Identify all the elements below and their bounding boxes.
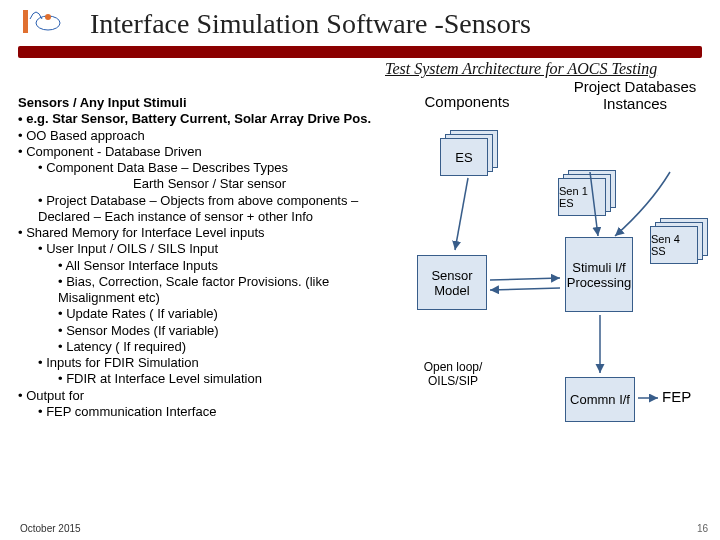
openloop-label: Open loop/ OILS/SIP	[413, 360, 493, 388]
sen1-stack: Sen 1 ES	[558, 170, 618, 218]
sen1-label: Sen 1 ES	[558, 178, 606, 216]
text-line: • Shared Memory for Interface Level inpu…	[18, 225, 418, 241]
architecture-banner: Test System Architecture for AOCS Testin…	[385, 60, 657, 78]
text-line: • Update Rates ( If variable)	[58, 306, 418, 322]
es-label: ES	[440, 138, 488, 176]
es-component-stack: ES	[440, 130, 500, 178]
text-line: • FDIR at Interface Level simulation	[58, 371, 418, 387]
text-line: • Inputs for FDIR Simulation	[38, 355, 418, 371]
stimuli-box: Stimuli I/f Processing	[565, 237, 633, 312]
text-line: • Component - Database Driven	[18, 144, 418, 160]
components-header: Components	[412, 93, 522, 110]
isro-logo	[18, 5, 68, 35]
text-line: Declared – Each instance of sensor + oth…	[38, 209, 418, 225]
text-line: • Sensor Modes (If variable)	[58, 323, 418, 339]
fep-label: FEP	[662, 388, 691, 405]
svg-line-4	[490, 288, 560, 290]
page-number: 16	[697, 523, 708, 534]
text-line: • Bias, Correction, Scale factor Provisi…	[58, 274, 418, 290]
svg-line-2	[455, 178, 468, 250]
title-rule	[18, 46, 702, 58]
text-line: • FEP communication Interface	[38, 404, 418, 420]
text-heading: Sensors / Any Input Stimuli	[18, 95, 187, 110]
sen4-stack: Sen 4 SS	[650, 218, 710, 266]
instances-header: Project Databases Instances	[555, 78, 715, 112]
text-line: • User Input / OILS / SILS Input	[38, 241, 418, 257]
text-line: • Output for	[18, 388, 418, 404]
text-line: • Latency ( If required)	[58, 339, 418, 355]
text-line: • Project Database – Objects from above …	[38, 193, 418, 209]
text-line: • Component Data Base – Describes Types	[38, 160, 418, 176]
text-line: • All Sensor Interface Inputs	[58, 258, 418, 274]
text-line: Earth Sensor / Star sensor	[133, 176, 418, 192]
sensor-model-box: Sensor Model	[417, 255, 487, 310]
sen4-label: Sen 4 SS	[650, 226, 698, 264]
content-text: Sensors / Any Input Stimuli • e.g. Star …	[18, 95, 418, 420]
text-line: • e.g. Star Sensor, Battery Current, Sol…	[18, 111, 371, 126]
text-line: • OO Based approach	[18, 128, 418, 144]
slide-title: Interface Simulation Software -Sensors	[90, 8, 531, 40]
svg-point-1	[45, 14, 51, 20]
commn-box: Commn I/f	[565, 377, 635, 422]
text-line: Misalignment etc)	[58, 290, 418, 306]
svg-line-3	[490, 278, 560, 280]
slide-date: October 2015	[20, 523, 81, 534]
